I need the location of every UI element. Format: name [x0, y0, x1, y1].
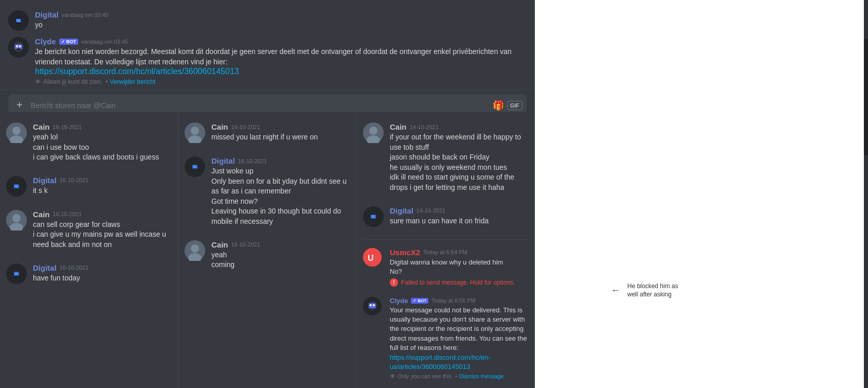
bot-label: BOT: [66, 39, 76, 44]
svg-rect-5: [17, 21, 20, 22]
clyde-col3-link[interactable]: https://support.discord.com/hc/en-us/art…: [390, 354, 491, 371]
message-row-digital-col2: Digital 16-10-2021 Just woke up Only bee…: [185, 154, 350, 231]
msg-header-digital-col3: Digital 14-10-2021: [390, 206, 529, 215]
msg-header-cain-col3-1: Cain 14-10-2021: [390, 122, 529, 131]
line1-digital-col3: sure man u can have it on frida: [390, 216, 529, 226]
msg-group-cain-col2-1: Cain 16-10-2021 missed you last night if…: [185, 120, 350, 147]
eye-icon-col3: 👁: [390, 373, 395, 379]
msg-header-clyde-top: Clyde ✓ BOT vandaag om 03:45: [35, 37, 527, 46]
gift-icon[interactable]: 🎁: [493, 100, 504, 111]
msg-content-clyde-top: Clyde ✓ BOT vandaag om 03:45 Je bericht …: [35, 37, 527, 85]
message-row-digital-col3: Digital 14-10-2021 sure man u can have i…: [363, 204, 529, 231]
message-row-digital-col1: Digital 16-10-2021 it s k: [6, 174, 172, 201]
msg-content-digital-col1-2: Digital 16-10-2021 have fun today: [33, 263, 172, 284]
author-cain-col2-1: Cain: [211, 122, 228, 131]
error-badge-usmcx: ! Failed to send message. Hold for optio…: [390, 278, 529, 287]
msg-header-digital-top: Digital vandaag om 03:45: [35, 10, 527, 19]
author-digital-col1-2: Digital: [33, 263, 57, 272]
chat-column-3: Cain 14-10-2021 if your out for the week…: [357, 112, 535, 388]
bot-badge-clyde-col3: ✓ BOT: [411, 298, 428, 304]
svg-rect-16: [14, 184, 19, 188]
input-icons: 🎁 GIF: [493, 100, 522, 111]
msg-header-digital-col2: Digital 16-10-2021: [211, 156, 350, 165]
svg-rect-26: [16, 272, 17, 273]
right-panel: [535, 0, 868, 388]
author-cain-col1-1: Cain: [33, 122, 50, 131]
line3-digital-col2: Got time now?: [211, 197, 350, 207]
timestamp-digital-top: vandaag om 03:45: [62, 12, 109, 18]
svg-point-21: [12, 214, 21, 222]
svg-rect-2: [16, 19, 21, 22]
message-row-cain-col2-1: Cain 16-10-2021 missed you last night if…: [185, 120, 350, 147]
clyde-top-link[interactable]: https://support.discord.com/hc/nl/articl…: [35, 67, 239, 76]
svg-rect-19: [15, 186, 18, 187]
line3-cain-col1-1: i can give back claws and boots i guess: [33, 152, 172, 163]
message-row-cain-col3-1: Cain 14-10-2021 if your out for the week…: [363, 120, 529, 197]
scrollbar-right[interactable]: [864, 0, 868, 388]
message-group-digital-top: Digital vandaag om 03:45 yo: [8, 8, 527, 35]
line1-cain-col1-2: can sell corp gear for claws: [33, 220, 172, 230]
svg-rect-51: [369, 303, 376, 308]
avatar-cain-col3-1: [363, 122, 384, 143]
line4-digital-col2: Leaving house in 30 though but could do …: [211, 206, 350, 226]
svg-rect-46: [372, 217, 375, 217]
author-cain-col3-1: Cain: [390, 122, 407, 131]
svg-rect-43: [371, 215, 376, 218]
avatar-clyde-col3: [363, 297, 382, 315]
svg-rect-34: [194, 166, 195, 167]
avatar-digital-col1-2: [6, 263, 27, 284]
eye-icon-top: 👁: [35, 78, 41, 85]
line2-digital-col2: Only been on for a bit yday but didnt se…: [211, 177, 350, 197]
line2-cain-col1-1: can i use bow too: [33, 143, 172, 153]
avatar-digital-col2: [185, 156, 205, 177]
msg-group-cain-col1-2: Cain 16-10-2021 can sell corp gear for c…: [6, 208, 172, 254]
gif-button[interactable]: GIF: [507, 101, 522, 110]
line3-cain-col3-1: he usually is only weekend mon tues: [390, 163, 529, 173]
msg-header-clyde-col3: Clyde ✓ BOT Today at 6:56 PM: [390, 297, 529, 305]
dismiss-link-col3[interactable]: Dismiss message: [459, 373, 503, 379]
annotation-text: He blocked him as well after asking: [622, 279, 689, 302]
svg-point-37: [191, 244, 199, 253]
msg-header-cain-col2-2: Cain 16-10-2021: [211, 240, 350, 249]
author-digital-col3: Digital: [390, 206, 413, 215]
line2-cain-col1-2: i can give u my mains pw as well incase …: [33, 230, 172, 250]
message-row-clyde-col3: Clyde ✓ BOT Today at 6:56 PM Your messag…: [363, 295, 529, 383]
error-icon-usmcx: !: [390, 278, 398, 287]
author-clyde-col3: Clyde: [390, 297, 408, 305]
avatar-usmcx: U: [363, 248, 382, 267]
timestamp-digital-col1-2: 16-10-2021: [60, 264, 88, 271]
clyde-top-footer: 👁 Alleen jij kunt dit zien. • Verwijder …: [35, 78, 527, 85]
msg-content-cain-col2-1: Cain 16-10-2021 missed you last night if…: [211, 122, 350, 143]
svg-rect-44: [371, 215, 372, 216]
msg-header-digital-col1: Digital 16-10-2021: [33, 176, 172, 185]
svg-rect-24: [14, 272, 19, 275]
author-cain-col1-2: Cain: [33, 210, 50, 219]
timestamp-cain-col2-1: 16-10-2021: [231, 124, 260, 130]
msg-group-cain-col1-1: Cain 16-10-2021 yeah lol can i use bow t…: [6, 120, 172, 167]
avatar-digital-top: [8, 10, 29, 31]
msg-group-digital-col1: Digital 16-10-2021 it s k: [6, 174, 172, 201]
msg-content-cain-col1-1: Cain 16-10-2021 yeah lol can i use bow t…: [33, 122, 172, 163]
message-group-clyde-top: Clyde ✓ BOT vandaag om 03:45 Je bericht …: [8, 35, 527, 90]
svg-rect-27: [15, 274, 18, 274]
checkmark-icon-col3: ✓: [413, 298, 417, 303]
chat-column-2: Cain 16-10-2021 missed you last night if…: [178, 112, 357, 388]
line1-cain-col2-2: yeah: [211, 250, 350, 260]
svg-point-9: [16, 45, 18, 47]
timestamp-cain-col1-1: 16-10-2021: [53, 124, 82, 130]
verwijder-link[interactable]: Verwijder bericht: [110, 78, 156, 85]
only-you-text-col3: Only you can see this.: [397, 373, 453, 379]
bot-badge-clyde-top: ✓ BOT: [59, 39, 78, 45]
svg-text:U: U: [368, 254, 374, 262]
avatar-cain-col2-2: [185, 240, 205, 261]
alleen-jij-text: Alleen jij kunt dit zien.: [43, 78, 102, 85]
msg-content-cain-col3-1: Cain 14-10-2021 if your out for the week…: [390, 122, 529, 193]
timestamp-digital-col1: 16-10-2021: [60, 177, 88, 183]
timestamp-digital-col2: 16-10-2021: [238, 158, 267, 164]
msg-group-cain-col2-2: Cain 16-10-2021 yeah coming: [185, 238, 350, 274]
clyde-col3-section: Clyde ✓ BOT Today at 6:56 PM Your messag…: [363, 295, 529, 383]
annotation-container: ← He blocked him as well after asking: [611, 279, 689, 302]
svg-point-13: [12, 127, 21, 135]
timestamp-clyde-col3: Today at 6:56 PM: [431, 297, 476, 304]
line2-cain-col3-1: jason should be back on Friday: [390, 152, 529, 163]
